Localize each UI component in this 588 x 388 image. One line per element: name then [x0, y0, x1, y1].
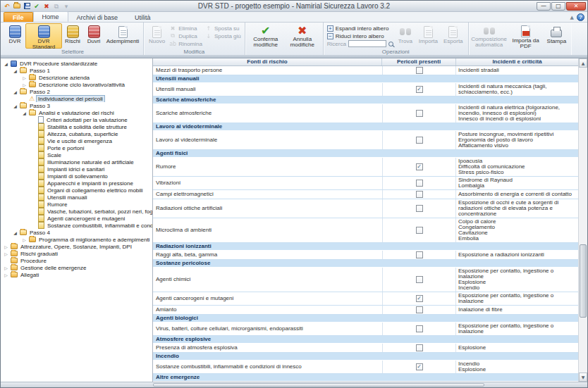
collapse-icon[interactable]: ◢ [12, 68, 18, 73]
pericolo-checkbox[interactable] [416, 276, 423, 283]
tree-item[interactable]: ◢Passo 3 [1, 102, 152, 109]
pericolo-checkbox[interactable]: ✓ [416, 295, 423, 302]
tree-item[interactable]: Vasche, tubazioni, serbatoi, pozzi neri,… [1, 208, 152, 215]
espandi-albero-button[interactable]: + Espandi intero albero [326, 25, 395, 32]
tree-item[interactable]: Illuminazione naturale ed artificiale [1, 158, 152, 165]
table-row[interactable]: Radiazioni ottiche artificialiEsposizion… [153, 199, 578, 218]
dvr-button[interactable]: DVR [4, 23, 25, 49]
pericolo-checkbox[interactable]: ✓ [416, 363, 423, 370]
pericolo-checkbox[interactable] [416, 325, 423, 332]
tree-item[interactable]: Criteri adottati per la valutazione [1, 116, 152, 123]
tree-item[interactable]: Sostanze combustibili, infiammabili e co… [1, 222, 152, 229]
collapse-icon[interactable]: ◢ [21, 111, 27, 115]
tree-item[interactable]: Altezza, cubatura, superficie [1, 130, 152, 137]
cancel-icon[interactable]: ✖ [42, 2, 51, 11]
expand-icon[interactable]: ▷ [21, 237, 27, 242]
tree-item[interactable]: Vie e uscite di emergenza [1, 137, 152, 144]
confirm-icon[interactable]: ✔ [32, 2, 41, 11]
table-row[interactable]: Agenti cancerogeni e mutageni✓Esposizion… [153, 292, 578, 306]
duvri-button[interactable]: Duvri [83, 23, 104, 49]
tree-item[interactable]: ▷Rischi graduati [1, 250, 152, 257]
pericolo-checkbox[interactable] [416, 306, 423, 313]
save-icon[interactable] [23, 2, 31, 11]
pericolo-checkbox[interactable] [416, 67, 423, 74]
table-row[interactable]: VibrazioniSindrome di RaynaudLombalgia [153, 177, 578, 190]
pericolo-checkbox[interactable] [416, 205, 423, 212]
undo-icon[interactable]: ↶ [3, 2, 11, 11]
riduci-albero-button[interactable]: − Riduci intero albero [326, 32, 395, 39]
tree-item[interactable]: ◢Passo 4 [1, 229, 152, 236]
minimize-button[interactable]: — [537, 2, 551, 11]
collapse-icon[interactable]: ◢ [12, 230, 18, 235]
pericolo-checkbox[interactable] [416, 180, 423, 187]
tab-utilita[interactable]: Utilità [126, 13, 159, 22]
table-row[interactable]: AmiantoInalazione di fibre [153, 306, 578, 315]
tree-item[interactable]: ◢DVR Procedure standardizzate [1, 60, 152, 67]
expand-icon[interactable]: ▷ [3, 251, 9, 256]
tree-item[interactable]: ▷Attrezzature, Opere, Sostanze, Impianti… [1, 243, 152, 250]
tree-item[interactable]: ▷Allegati [1, 271, 152, 278]
close-button[interactable]: ✕ [566, 2, 586, 11]
ricerca-input[interactable] [348, 40, 386, 47]
search-icon[interactable] [388, 42, 393, 46]
hscrollbar-thumb[interactable] [153, 383, 484, 387]
tree-item[interactable]: ▷Programma di miglioramento e adempiment… [1, 236, 152, 243]
pericolo-checkbox[interactable]: ✓ [416, 163, 423, 170]
table-row[interactable]: Agenti chimiciEsposizione per contatto, … [153, 268, 578, 292]
table-row[interactable]: Raggi alfa, beta, gammaEsposizione a rad… [153, 251, 578, 260]
table-row[interactable]: Mezzi di trasporto personeIncidenti stra… [153, 66, 578, 75]
tree-item[interactable]: Agenti cancerogeni e mutageni [1, 215, 152, 222]
expand-icon[interactable]: ▷ [3, 244, 9, 249]
annulla-modifiche-button[interactable]: ✖ Annulla modifiche [284, 23, 321, 49]
tree-item[interactable]: ⚠Individuazione dei pericoli [1, 95, 152, 102]
stampa-button[interactable]: Stampa [544, 23, 570, 49]
expand-icon[interactable]: ▷ [21, 82, 27, 87]
tree-item[interactable]: Utensili manuali [1, 194, 152, 201]
tab-archivi-di-base[interactable]: Archivi di base [68, 13, 127, 22]
vertical-scrollbar[interactable]: ▲ ▼ [578, 58, 587, 382]
table-row[interactable]: Virus, batteri, colture cellulari, micro… [153, 323, 578, 336]
rischi-button[interactable]: Rischi [62, 23, 83, 49]
tree-item[interactable]: Scale [1, 151, 152, 158]
maximize-button[interactable]: □ [551, 2, 565, 11]
pericolo-checkbox[interactable]: ✓ [416, 86, 423, 93]
collapse-icon[interactable]: ◢ [3, 61, 9, 66]
tree-item[interactable]: Impianti idrici e sanitari [1, 165, 152, 173]
tab-home[interactable]: Home [33, 11, 68, 22]
expand-icon[interactable]: ▷ [3, 265, 9, 270]
pericolo-checkbox[interactable] [416, 110, 423, 117]
conferma-modifiche-button[interactable]: ✔ Conferma modifiche [247, 23, 284, 49]
table-row[interactable]: Sostanze combustibili, infiammabili e co… [153, 361, 578, 374]
tree-item[interactable]: Impianti di sollevamento [1, 173, 152, 180]
table-row[interactable]: Rumore✓IpoacusiaDifficoltà di comunicazi… [153, 158, 578, 177]
tree-item[interactable]: Procedure [1, 257, 152, 264]
scrollbar-thumb[interactable] [580, 244, 587, 318]
table-row[interactable]: Utensili manuali✓Incidenti di natura mec… [153, 83, 578, 96]
table-row[interactable]: Presenza di atmosfera esplosivaEsplosion… [153, 344, 578, 353]
tree-item[interactable]: ▷Descrizione azienda [1, 74, 152, 81]
tree-item[interactable]: ▷Gestione delle emergenze [1, 264, 152, 271]
tree-item[interactable]: ▷Descrizione ciclo lavorativo/attività [1, 81, 152, 88]
pericolo-checkbox[interactable] [416, 137, 423, 144]
adempimenti-button[interactable]: Adempimenti [104, 23, 141, 49]
pericolo-checkbox[interactable] [416, 251, 423, 258]
scroll-down-icon[interactable]: ▼ [579, 373, 587, 382]
tree-item[interactable]: Apparecchi e impianti in pressione [1, 180, 152, 187]
tree-item[interactable]: ◢Analisi e valutazione dei rischi [1, 109, 152, 116]
open-icon[interactable] [13, 2, 21, 11]
minimize-ribbon-icon[interactable]: ▲ [570, 15, 574, 20]
table-row[interactable]: Lavoro al videoterminalePosture incongru… [153, 131, 578, 150]
table-row[interactable]: Scariche atmosfericheIncidenti di natura… [153, 104, 578, 123]
help-icon[interactable]: ? [577, 13, 584, 21]
tree-item[interactable]: ◢Passo 1 [1, 67, 152, 74]
dvr-standard-button[interactable]: DVR Standard [25, 23, 62, 49]
pericolo-checkbox[interactable] [416, 191, 423, 198]
scrollbar-track[interactable] [579, 68, 587, 373]
tree-item[interactable]: Porte e portoni [1, 144, 152, 151]
collapse-icon[interactable]: ◢ [12, 104, 18, 108]
table-row[interactable]: Campi elettromagneticiAssorbimento di en… [153, 190, 578, 199]
tree-item[interactable]: Organi di collegamento elettrico mobili [1, 187, 152, 194]
importa-da-pdf-button[interactable]: Importa da PDF [508, 23, 544, 49]
table-row[interactable]: Microclima di ambientiColpo di caloreCon… [153, 218, 578, 243]
tree-item[interactable]: Rumore [1, 201, 152, 208]
